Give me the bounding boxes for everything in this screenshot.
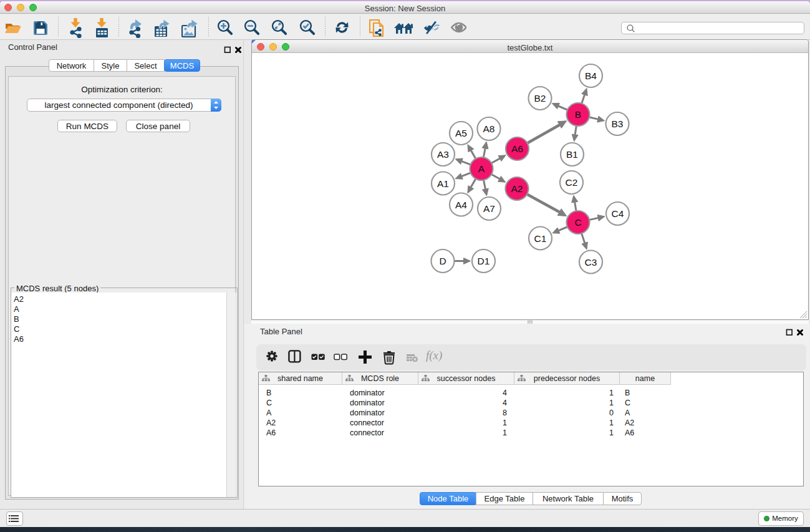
svg-text:B3: B3 xyxy=(612,118,624,129)
svg-text:B1: B1 xyxy=(566,149,578,160)
svg-text:C1: C1 xyxy=(534,233,547,244)
svg-text:C: C xyxy=(574,217,581,228)
svg-text:C2: C2 xyxy=(566,177,578,188)
svg-text:A3: A3 xyxy=(437,149,449,160)
svg-text:A: A xyxy=(478,163,485,174)
svg-text:A8: A8 xyxy=(483,123,495,134)
svg-text:A5: A5 xyxy=(455,128,467,138)
svg-text:A1: A1 xyxy=(437,178,449,189)
svg-text:A6: A6 xyxy=(511,143,523,154)
svg-text:A4: A4 xyxy=(455,200,467,210)
svg-text:A2: A2 xyxy=(511,183,523,194)
svg-text:C3: C3 xyxy=(585,257,597,268)
svg-text:B: B xyxy=(575,109,581,120)
svg-text:D: D xyxy=(439,256,446,266)
svg-text:A7: A7 xyxy=(483,203,495,214)
svg-text:B4: B4 xyxy=(585,70,597,81)
svg-text:C4: C4 xyxy=(612,208,624,219)
svg-text:D1: D1 xyxy=(478,256,490,266)
svg-text:B2: B2 xyxy=(534,93,546,104)
